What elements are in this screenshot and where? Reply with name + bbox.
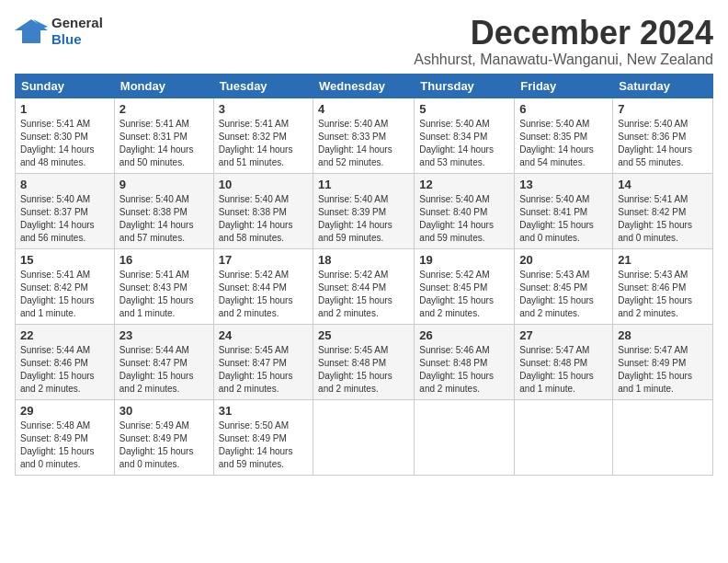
day-info: Sunrise: 5:40 AMSunset: 8:39 PMDaylight:… xyxy=(318,193,409,245)
day-cell-3: 3Sunrise: 5:41 AMSunset: 8:32 PMDaylight… xyxy=(213,98,313,173)
day-info: Sunrise: 5:44 AMSunset: 8:47 PMDaylight:… xyxy=(119,344,209,396)
weekday-header-row: SundayMondayTuesdayWednesdayThursdayFrid… xyxy=(16,74,713,98)
logo-text: General Blue xyxy=(51,15,103,47)
day-info: Sunrise: 5:41 AMSunset: 8:43 PMDaylight:… xyxy=(119,269,209,320)
day-number: 5 xyxy=(419,102,509,116)
day-cell-25: 25Sunrise: 5:45 AMSunset: 8:48 PMDayligh… xyxy=(313,324,415,399)
day-cell-19: 19Sunrise: 5:42 AMSunset: 8:45 PMDayligh… xyxy=(415,248,515,324)
logo: General Blue xyxy=(15,15,103,47)
day-info: Sunrise: 5:41 AMSunset: 8:32 PMDaylight:… xyxy=(219,118,308,169)
weekday-header-monday: Monday xyxy=(114,74,213,98)
day-cell-12: 12Sunrise: 5:40 AMSunset: 8:40 PMDayligh… xyxy=(415,173,515,248)
day-cell-27: 27Sunrise: 5:47 AMSunset: 8:48 PMDayligh… xyxy=(515,324,613,399)
day-cell-9: 9Sunrise: 5:40 AMSunset: 8:38 PMDaylight… xyxy=(114,173,213,248)
day-info: Sunrise: 5:43 AMSunset: 8:45 PMDaylight:… xyxy=(519,269,608,320)
day-number: 10 xyxy=(219,178,308,191)
logo-bird-icon xyxy=(15,17,48,45)
week-row-1: 1Sunrise: 5:41 AMSunset: 8:30 PMDaylight… xyxy=(16,98,713,173)
day-info: Sunrise: 5:40 AMSunset: 8:38 PMDaylight:… xyxy=(119,193,209,245)
day-cell-1: 1Sunrise: 5:41 AMSunset: 8:30 PMDaylight… xyxy=(16,98,115,173)
day-info: Sunrise: 5:41 AMSunset: 8:30 PMDaylight:… xyxy=(20,118,109,169)
day-cell-20: 20Sunrise: 5:43 AMSunset: 8:45 PMDayligh… xyxy=(515,248,613,324)
day-cell-6: 6Sunrise: 5:40 AMSunset: 8:35 PMDaylight… xyxy=(515,98,613,173)
day-number: 21 xyxy=(618,253,708,267)
day-cell-2: 2Sunrise: 5:41 AMSunset: 8:31 PMDaylight… xyxy=(114,98,213,173)
day-number: 4 xyxy=(318,102,409,116)
day-cell-26: 26Sunrise: 5:46 AMSunset: 8:48 PMDayligh… xyxy=(415,324,515,399)
day-info: Sunrise: 5:43 AMSunset: 8:46 PMDaylight:… xyxy=(618,269,708,320)
day-number: 28 xyxy=(618,328,708,342)
day-number: 24 xyxy=(219,328,308,342)
day-cell-15: 15Sunrise: 5:41 AMSunset: 8:42 PMDayligh… xyxy=(16,248,115,324)
day-cell-8: 8Sunrise: 5:40 AMSunset: 8:37 PMDaylight… xyxy=(16,173,115,248)
day-info: Sunrise: 5:40 AMSunset: 8:36 PMDaylight:… xyxy=(618,118,708,169)
day-info: Sunrise: 5:50 AMSunset: 8:49 PMDaylight:… xyxy=(219,419,308,471)
day-info: Sunrise: 5:40 AMSunset: 8:38 PMDaylight:… xyxy=(219,193,308,245)
day-cell-4: 4Sunrise: 5:40 AMSunset: 8:33 PMDaylight… xyxy=(313,98,415,173)
location-subtitle: Ashhurst, Manawatu-Wanganui, New Zealand xyxy=(414,52,713,68)
day-cell-24: 24Sunrise: 5:45 AMSunset: 8:47 PMDayligh… xyxy=(213,324,313,399)
day-info: Sunrise: 5:46 AMSunset: 8:48 PMDaylight:… xyxy=(419,344,509,396)
day-number: 3 xyxy=(219,102,308,116)
day-cell-10: 10Sunrise: 5:40 AMSunset: 8:38 PMDayligh… xyxy=(213,173,313,248)
day-number: 25 xyxy=(318,328,409,342)
page-header: General Blue December 2024 Ashhurst, Man… xyxy=(15,15,713,68)
day-info: Sunrise: 5:40 AMSunset: 8:34 PMDaylight:… xyxy=(419,118,509,169)
day-info: Sunrise: 5:40 AMSunset: 8:40 PMDaylight:… xyxy=(419,193,509,245)
day-info: Sunrise: 5:45 AMSunset: 8:48 PMDaylight:… xyxy=(318,344,409,396)
month-title: December 2024 xyxy=(414,15,713,52)
empty-cell xyxy=(613,399,713,475)
day-info: Sunrise: 5:45 AMSunset: 8:47 PMDaylight:… xyxy=(219,344,308,396)
day-number: 6 xyxy=(519,102,608,116)
day-number: 19 xyxy=(419,253,509,267)
day-info: Sunrise: 5:42 AMSunset: 8:45 PMDaylight:… xyxy=(419,269,509,320)
day-info: Sunrise: 5:40 AMSunset: 8:35 PMDaylight:… xyxy=(519,118,608,169)
day-info: Sunrise: 5:42 AMSunset: 8:44 PMDaylight:… xyxy=(219,269,308,320)
day-cell-5: 5Sunrise: 5:40 AMSunset: 8:34 PMDaylight… xyxy=(415,98,515,173)
day-number: 9 xyxy=(119,178,209,191)
week-row-3: 15Sunrise: 5:41 AMSunset: 8:42 PMDayligh… xyxy=(16,248,713,324)
day-number: 13 xyxy=(519,178,608,191)
day-info: Sunrise: 5:42 AMSunset: 8:44 PMDaylight:… xyxy=(318,269,409,320)
day-number: 8 xyxy=(20,178,109,191)
logo-blue: Blue xyxy=(51,31,82,47)
day-number: 14 xyxy=(618,178,708,191)
day-info: Sunrise: 5:41 AMSunset: 8:42 PMDaylight:… xyxy=(20,269,109,320)
empty-cell xyxy=(515,399,613,475)
day-info: Sunrise: 5:40 AMSunset: 8:33 PMDaylight:… xyxy=(318,118,409,169)
day-cell-13: 13Sunrise: 5:40 AMSunset: 8:41 PMDayligh… xyxy=(515,173,613,248)
day-number: 12 xyxy=(419,178,509,191)
day-info: Sunrise: 5:49 AMSunset: 8:49 PMDaylight:… xyxy=(119,419,209,471)
day-number: 29 xyxy=(20,404,109,418)
day-cell-29: 29Sunrise: 5:48 AMSunset: 8:49 PMDayligh… xyxy=(16,399,115,475)
day-cell-21: 21Sunrise: 5:43 AMSunset: 8:46 PMDayligh… xyxy=(613,248,713,324)
day-cell-31: 31Sunrise: 5:50 AMSunset: 8:49 PMDayligh… xyxy=(213,399,313,475)
week-row-2: 8Sunrise: 5:40 AMSunset: 8:37 PMDaylight… xyxy=(16,173,713,248)
day-number: 23 xyxy=(119,328,209,342)
day-cell-7: 7Sunrise: 5:40 AMSunset: 8:36 PMDaylight… xyxy=(613,98,713,173)
day-number: 17 xyxy=(219,253,308,267)
svg-marker-0 xyxy=(15,19,48,43)
day-info: Sunrise: 5:41 AMSunset: 8:31 PMDaylight:… xyxy=(119,118,209,169)
day-number: 11 xyxy=(318,178,409,191)
day-cell-22: 22Sunrise: 5:44 AMSunset: 8:46 PMDayligh… xyxy=(16,324,115,399)
week-row-5: 29Sunrise: 5:48 AMSunset: 8:49 PMDayligh… xyxy=(16,399,713,475)
day-info: Sunrise: 5:47 AMSunset: 8:49 PMDaylight:… xyxy=(618,344,708,396)
day-number: 15 xyxy=(20,253,109,267)
week-row-4: 22Sunrise: 5:44 AMSunset: 8:46 PMDayligh… xyxy=(16,324,713,399)
day-cell-23: 23Sunrise: 5:44 AMSunset: 8:47 PMDayligh… xyxy=(114,324,213,399)
day-number: 2 xyxy=(119,102,209,116)
day-cell-17: 17Sunrise: 5:42 AMSunset: 8:44 PMDayligh… xyxy=(213,248,313,324)
weekday-header-wednesday: Wednesday xyxy=(313,74,415,98)
day-number: 31 xyxy=(219,404,308,418)
calendar-table: SundayMondayTuesdayWednesdayThursdayFrid… xyxy=(15,74,713,476)
day-number: 7 xyxy=(618,102,708,116)
day-info: Sunrise: 5:40 AMSunset: 8:41 PMDaylight:… xyxy=(519,193,608,245)
day-number: 16 xyxy=(119,253,209,267)
day-number: 30 xyxy=(119,404,209,418)
day-number: 18 xyxy=(318,253,409,267)
title-block: December 2024 Ashhurst, Manawatu-Wanganu… xyxy=(414,15,713,68)
logo-general: General xyxy=(51,15,103,30)
day-info: Sunrise: 5:47 AMSunset: 8:48 PMDaylight:… xyxy=(519,344,608,396)
day-info: Sunrise: 5:41 AMSunset: 8:42 PMDaylight:… xyxy=(618,193,708,245)
